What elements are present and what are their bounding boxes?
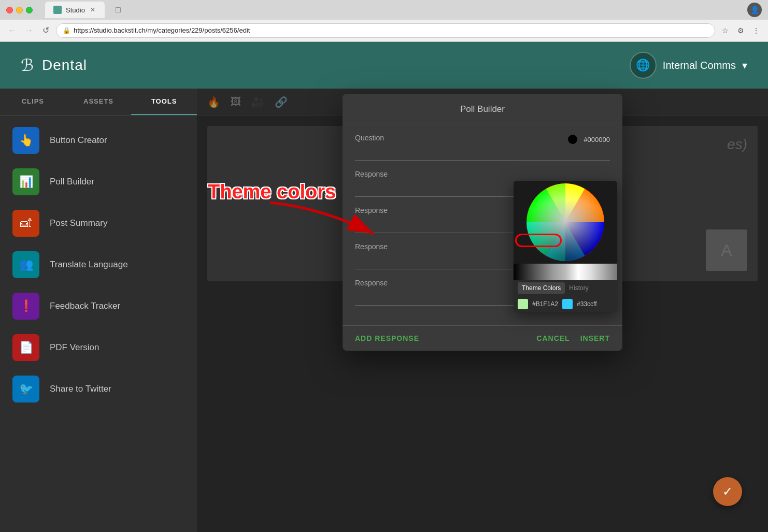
sidebar-item-poll-builder[interactable]: 📊 Poll Builder xyxy=(0,161,197,203)
sidebar-item-post-summary[interactable]: 🛋 Post Summary xyxy=(0,203,197,244)
color-hex-2: #33ccff xyxy=(577,300,596,308)
tab-favicon xyxy=(53,6,62,14)
tab-close-button[interactable]: ✕ xyxy=(89,6,96,13)
share-twitter-icon: 🐦 xyxy=(12,376,39,402)
add-response-button[interactable]: ADD RESPONSE xyxy=(355,334,419,342)
app-logo: ℬ Dental xyxy=(21,55,87,75)
browser-tab[interactable]: Studio ✕ xyxy=(45,2,105,18)
response-label-1: Response xyxy=(355,170,610,178)
cancel-button[interactable]: CANCEL xyxy=(536,334,570,342)
channel-dropdown-icon[interactable]: ▾ xyxy=(742,59,747,71)
close-traffic-light[interactable] xyxy=(6,7,13,13)
modal-footer: ADD RESPONSE CANCEL INSERT xyxy=(343,325,622,351)
modal-title: Poll Builder xyxy=(343,94,622,123)
tab-tools[interactable]: TOOLS xyxy=(131,89,197,115)
color-wheel-svg[interactable] xyxy=(524,182,607,263)
checkmark-icon: ✓ xyxy=(722,484,733,499)
color-picker-popup: Theme Colors History #B1F1A2 #33ccff xyxy=(514,181,617,312)
tab-clips[interactable]: CLIPS xyxy=(0,89,66,115)
url-text: https://studio.backstit.ch/my/categories… xyxy=(74,26,250,34)
sidebar-tabs: CLIPS ASSETS TOOLS xyxy=(0,89,197,116)
extensions-icon[interactable]: ⚙ xyxy=(735,25,746,36)
theme-colors-tab[interactable]: Theme Colors xyxy=(518,282,565,294)
footer-actions: CANCEL INSERT xyxy=(536,334,610,342)
color-hex-1: #B1F1A2 xyxy=(532,300,558,308)
refresh-button[interactable]: ↺ xyxy=(39,24,52,37)
modal-overlay: Poll Builder Question #000000 xyxy=(197,89,768,532)
theme-colors-annotation-text: Theme colors xyxy=(208,181,336,203)
color-dot[interactable] xyxy=(568,135,577,144)
new-tab-button[interactable]: □ xyxy=(111,4,125,16)
sidebar-item-pdf-version[interactable]: 📄 PDF Version xyxy=(0,327,197,368)
channel-avatar[interactable]: 🌐 xyxy=(630,52,657,79)
poll-builder-icon: 📊 xyxy=(12,168,39,195)
minimize-traffic-light[interactable] xyxy=(16,7,23,13)
header-right: 🌐 Internal Comms ▾ xyxy=(630,52,747,79)
button-creator-label: Button Creator xyxy=(50,135,107,146)
traffic-lights xyxy=(6,7,33,13)
color-swatch-1[interactable] xyxy=(518,299,528,309)
sidebar-item-feedback-tracker[interactable]: ❗ Feedback Tracker xyxy=(0,285,197,327)
app-name: Dental xyxy=(42,57,87,74)
history-tab[interactable]: History xyxy=(565,282,592,294)
question-label: Question xyxy=(355,134,384,142)
browser-profile[interactable]: 👤 xyxy=(747,3,762,17)
pdf-version-label: PDF Version xyxy=(50,342,99,353)
fab-checkmark-button[interactable]: ✓ xyxy=(713,477,742,506)
button-creator-icon: 👆 xyxy=(12,127,39,154)
tab-assets[interactable]: ASSETS xyxy=(66,89,132,115)
feedback-tracker-label: Feedback Tracker xyxy=(50,301,120,311)
pdf-version-icon: 📄 xyxy=(12,334,39,361)
sidebar-items: 👆 Button Creator 📊 Poll Builder 🛋 Post S… xyxy=(0,116,197,532)
color-value: #000000 xyxy=(584,136,610,143)
poll-builder-modal: Poll Builder Question #000000 xyxy=(343,94,622,351)
question-group: Question #000000 xyxy=(355,134,610,161)
forward-button[interactable]: → xyxy=(23,24,35,37)
browser-titlebar: Studio ✕ □ 👤 xyxy=(0,0,768,20)
browser-chrome: Studio ✕ □ 👤 ← → ↺ 🔒 https://studio.back… xyxy=(0,0,768,42)
color-wheel-container xyxy=(514,181,617,264)
app-body: CLIPS ASSETS TOOLS 👆 Button Creator 📊 Po… xyxy=(0,89,768,532)
color-picker-tabs: Theme Colors History xyxy=(514,280,617,296)
back-button[interactable]: ← xyxy=(6,24,19,37)
feedback-tracker-icon: ❗ xyxy=(12,293,39,320)
bookmark-star-icon[interactable]: ☆ xyxy=(719,25,731,36)
post-summary-icon: 🛋 xyxy=(12,210,39,237)
toolbar-actions: ☆ ⚙ ⋮ xyxy=(719,25,762,36)
address-bar[interactable]: 🔒 https://studio.backstit.ch/my/categori… xyxy=(56,23,715,38)
svg-point-2 xyxy=(527,183,604,261)
color-values: #B1F1A2 #33ccff xyxy=(514,296,617,312)
translate-language-icon: 👥 xyxy=(12,251,39,278)
color-swatch-2[interactable] xyxy=(562,299,573,309)
tab-title: Studio xyxy=(66,6,85,14)
sidebar-item-button-creator[interactable]: 👆 Button Creator xyxy=(0,120,197,161)
share-twitter-label: Share to Twitter xyxy=(50,384,111,394)
sidebar-item-share-to-twitter[interactable]: 🐦 Share to Twitter xyxy=(0,368,197,410)
main-content: 🔥 🖼 🎥 🔗 es) A Poll Builder Question xyxy=(197,89,768,532)
channel-name: Internal Comms xyxy=(663,60,736,71)
app-header: ℬ Dental 🌐 Internal Comms ▾ xyxy=(0,42,768,89)
logo-icon: ℬ xyxy=(21,55,34,75)
menu-icon[interactable]: ⋮ xyxy=(750,25,762,36)
color-shades-bar[interactable] xyxy=(514,264,617,280)
lock-icon: 🔒 xyxy=(63,27,70,34)
insert-button[interactable]: INSERT xyxy=(580,334,610,342)
sidebar-item-translate-language[interactable]: 👥 Translate Language xyxy=(0,244,197,285)
sidebar: CLIPS ASSETS TOOLS 👆 Button Creator 📊 Po… xyxy=(0,89,197,532)
translate-language-label: Translate Language xyxy=(50,260,128,270)
browser-toolbar: ← → ↺ 🔒 https://studio.backstit.ch/my/ca… xyxy=(0,20,768,41)
poll-builder-label: Poll Builder xyxy=(50,177,94,187)
question-input[interactable] xyxy=(355,145,610,161)
post-summary-label: Post Summary xyxy=(50,218,107,228)
fullscreen-traffic-light[interactable] xyxy=(26,7,33,13)
